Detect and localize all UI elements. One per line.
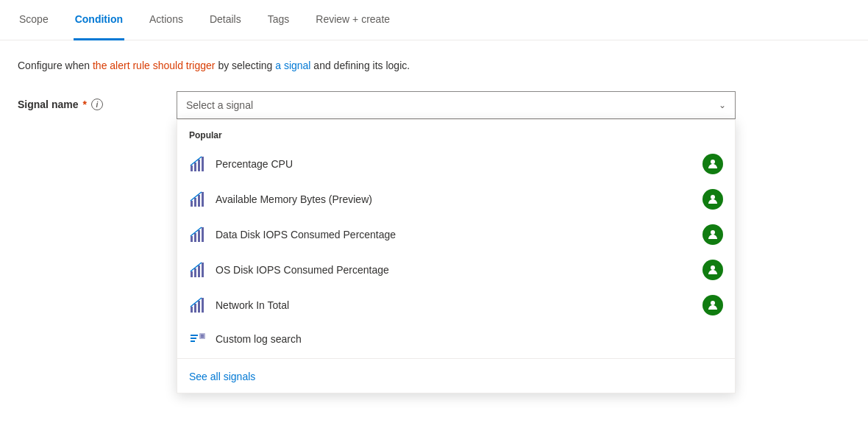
svg-rect-22 — [198, 301, 200, 313]
label-text: Signal name — [18, 99, 78, 110]
item-label: Available Memory Bytes (Preview) — [216, 193, 694, 205]
nav-item-scope[interactable]: Scope — [18, 0, 50, 40]
dropdown-placeholder: Select a signal — [186, 99, 253, 111]
svg-rect-1 — [194, 163, 196, 171]
desc-highlight2: a signal — [275, 60, 310, 71]
svg-rect-28 — [199, 333, 205, 339]
item-label: Percentage CPU — [216, 158, 694, 170]
svg-point-9 — [711, 195, 715, 199]
list-item[interactable]: Data Disk IOPS Consumed Percentage — [177, 217, 735, 252]
metric-chart-icon — [189, 261, 207, 279]
svg-rect-11 — [194, 233, 196, 242]
svg-rect-5 — [191, 201, 193, 207]
svg-rect-7 — [198, 195, 200, 207]
list-item[interactable]: Percentage CPU — [177, 146, 735, 182]
metric-type-icon — [702, 295, 723, 315]
desc-highlight1: the alert rule should trigger — [93, 60, 216, 71]
svg-rect-6 — [194, 198, 196, 207]
svg-rect-15 — [191, 271, 193, 277]
metric-type-icon — [702, 260, 723, 280]
svg-rect-8 — [202, 192, 204, 207]
metric-type-icon — [702, 154, 723, 174]
signal-name-field-row: Signal name * i Select a signal ⌄ Popula… — [18, 91, 850, 119]
log-search-icon — [189, 330, 207, 348]
info-icon[interactable]: i — [91, 99, 103, 110]
svg-point-4 — [711, 160, 715, 164]
nav-item-review-create[interactable]: Review + create — [314, 0, 391, 40]
svg-point-24 — [711, 301, 715, 305]
signal-name-label: Signal name * i — [18, 91, 165, 110]
list-item[interactable]: Custom log search — [177, 323, 735, 355]
metric-chart-icon — [189, 190, 207, 208]
svg-rect-2 — [198, 160, 200, 171]
svg-rect-3 — [202, 157, 204, 171]
svg-rect-18 — [202, 263, 204, 277]
popular-section-label: Popular — [177, 120, 735, 146]
svg-rect-20 — [191, 307, 193, 313]
svg-rect-0 — [191, 165, 193, 171]
item-label: Custom log search — [216, 333, 723, 345]
metric-type-icon — [702, 189, 723, 210]
description-text: Configure when the alert rule should tri… — [18, 58, 850, 74]
svg-rect-23 — [202, 298, 204, 313]
nav-item-actions[interactable]: Actions — [148, 0, 185, 40]
desc-prefix: Configure when — [18, 60, 93, 71]
nav-item-condition[interactable]: Condition — [74, 0, 124, 40]
nav-item-details[interactable]: Details — [208, 0, 243, 40]
item-label: Network In Total — [216, 299, 694, 311]
signal-dropdown-menu: Popular Percentage CPU — [177, 119, 736, 393]
desc-middle: by selecting — [216, 60, 276, 71]
svg-rect-27 — [191, 340, 195, 342]
see-all-signals-link[interactable]: See all signals — [177, 362, 735, 393]
list-item[interactable]: OS Disk IOPS Consumed Percentage — [177, 252, 735, 288]
svg-rect-17 — [198, 265, 200, 277]
nav-item-tags[interactable]: Tags — [266, 0, 291, 40]
dropdown-divider — [177, 358, 735, 359]
svg-rect-26 — [191, 338, 196, 339]
svg-rect-30 — [201, 337, 204, 338]
svg-rect-25 — [191, 335, 198, 336]
item-label: Data Disk IOPS Consumed Percentage — [216, 229, 694, 240]
svg-rect-21 — [194, 304, 196, 313]
top-nav: Scope Condition Actions Details Tags Rev… — [0, 0, 868, 40]
svg-rect-29 — [201, 335, 204, 336]
chevron-down-icon: ⌄ — [719, 100, 726, 110]
svg-rect-13 — [202, 227, 204, 242]
signal-dropdown-container: Select a signal ⌄ Popular Percentage CPU — [177, 91, 736, 119]
metric-chart-icon — [189, 296, 207, 314]
main-content: Configure when the alert rule should tri… — [0, 40, 868, 137]
desc-suffix: and defining its logic. — [310, 60, 410, 71]
list-item[interactable]: Network In Total — [177, 288, 735, 323]
metric-chart-icon — [189, 226, 207, 243]
item-label: OS Disk IOPS Consumed Percentage — [216, 264, 694, 276]
metric-chart-icon — [189, 155, 207, 173]
list-item[interactable]: Available Memory Bytes (Preview) — [177, 182, 735, 217]
required-indicator: * — [82, 99, 86, 110]
svg-rect-12 — [198, 230, 200, 242]
svg-rect-16 — [194, 268, 196, 277]
svg-point-14 — [711, 230, 715, 235]
metric-type-icon — [702, 224, 723, 245]
svg-rect-10 — [191, 236, 193, 242]
svg-point-19 — [711, 265, 715, 270]
signal-dropdown-trigger[interactable]: Select a signal ⌄ — [177, 91, 736, 119]
